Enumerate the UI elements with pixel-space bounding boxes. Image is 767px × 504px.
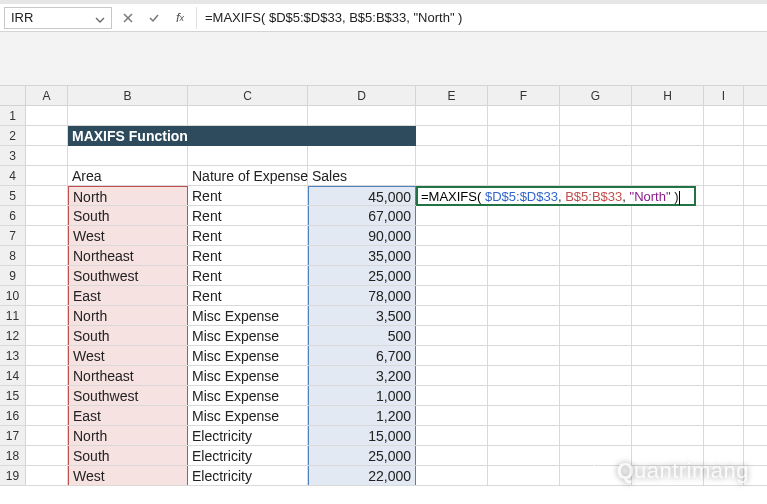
cell[interactable]: [704, 266, 744, 285]
cell[interactable]: Electricity: [188, 446, 308, 465]
cell[interactable]: [704, 386, 744, 405]
cell[interactable]: Sales: [308, 166, 416, 185]
cell[interactable]: East: [68, 286, 188, 305]
cell[interactable]: Electricity: [188, 466, 308, 485]
cell[interactable]: South: [68, 206, 188, 225]
cell[interactable]: 78,000: [308, 286, 416, 305]
cell[interactable]: West: [68, 226, 188, 245]
fx-icon[interactable]: fx: [172, 10, 188, 26]
cell[interactable]: [26, 266, 68, 285]
cell[interactable]: [632, 226, 704, 245]
cell[interactable]: Misc Expense: [188, 306, 308, 325]
cell[interactable]: [560, 206, 632, 225]
cell[interactable]: [632, 146, 704, 165]
cell[interactable]: 500: [308, 326, 416, 345]
cell[interactable]: [704, 246, 744, 265]
cell[interactable]: [704, 186, 744, 205]
cell[interactable]: [704, 346, 744, 365]
row-header[interactable]: 11: [0, 306, 26, 325]
cell[interactable]: [560, 166, 632, 185]
row-header[interactable]: 4: [0, 166, 26, 185]
cell[interactable]: Misc Expense: [188, 406, 308, 425]
cell[interactable]: [704, 306, 744, 325]
cell[interactable]: [416, 326, 488, 345]
cell[interactable]: [416, 386, 488, 405]
cell[interactable]: [26, 246, 68, 265]
cell[interactable]: [416, 446, 488, 465]
cell[interactable]: [560, 286, 632, 305]
cell[interactable]: [632, 106, 704, 125]
cell[interactable]: 90,000: [308, 226, 416, 245]
row-header[interactable]: 8: [0, 246, 26, 265]
cancel-icon[interactable]: [120, 10, 136, 26]
cell[interactable]: [488, 166, 560, 185]
cell[interactable]: [68, 106, 188, 125]
cell[interactable]: Southwest: [68, 266, 188, 285]
cell[interactable]: East: [68, 406, 188, 425]
cell[interactable]: [26, 226, 68, 245]
cell[interactable]: [26, 286, 68, 305]
cell[interactable]: [416, 406, 488, 425]
chevron-down-icon[interactable]: [95, 13, 105, 23]
cell[interactable]: [416, 266, 488, 285]
cell[interactable]: North: [68, 186, 188, 205]
cell[interactable]: [560, 326, 632, 345]
cell[interactable]: 45,000: [308, 186, 416, 205]
cell[interactable]: [26, 466, 68, 485]
cell[interactable]: [704, 126, 744, 145]
cell[interactable]: Misc Expense: [188, 366, 308, 385]
cell[interactable]: [26, 186, 68, 205]
cell[interactable]: Misc Expense: [188, 326, 308, 345]
cell[interactable]: 25,000: [308, 266, 416, 285]
cell[interactable]: 67,000: [308, 206, 416, 225]
cell[interactable]: [416, 366, 488, 385]
cell[interactable]: [704, 106, 744, 125]
cell[interactable]: South: [68, 326, 188, 345]
cell[interactable]: North: [68, 426, 188, 445]
cell[interactable]: [416, 166, 488, 185]
cell[interactable]: Nature of Expense: [188, 166, 308, 185]
cell[interactable]: [416, 126, 488, 145]
cell[interactable]: 3,200: [308, 366, 416, 385]
cell[interactable]: [26, 146, 68, 165]
col-header[interactable]: G: [560, 86, 632, 105]
row-header[interactable]: 10: [0, 286, 26, 305]
cell[interactable]: [416, 206, 488, 225]
name-box[interactable]: IRR: [4, 7, 112, 29]
row-header[interactable]: 5: [0, 186, 26, 205]
cell[interactable]: [632, 326, 704, 345]
cell[interactable]: Misc Expense: [188, 346, 308, 365]
cell[interactable]: [560, 126, 632, 145]
col-header[interactable]: I: [704, 86, 744, 105]
cell[interactable]: [488, 146, 560, 165]
col-header[interactable]: D: [308, 86, 416, 105]
cell[interactable]: [488, 246, 560, 265]
formula-input[interactable]: =MAXIFS( $D$5:$D$33, B$5:B$33, "North" ): [197, 7, 767, 29]
col-header[interactable]: H: [632, 86, 704, 105]
cell[interactable]: Northeast: [68, 366, 188, 385]
cell[interactable]: [26, 106, 68, 125]
cell[interactable]: [560, 426, 632, 445]
cell[interactable]: [26, 346, 68, 365]
cell[interactable]: Misc Expense: [188, 386, 308, 405]
cell[interactable]: [26, 426, 68, 445]
cell[interactable]: [488, 386, 560, 405]
cell[interactable]: Southwest: [68, 386, 188, 405]
cell[interactable]: [488, 346, 560, 365]
col-header[interactable]: E: [416, 86, 488, 105]
cell[interactable]: [26, 206, 68, 225]
row-header[interactable]: 6: [0, 206, 26, 225]
cell[interactable]: [704, 326, 744, 345]
cell[interactable]: [632, 246, 704, 265]
enter-icon[interactable]: [146, 10, 162, 26]
cell[interactable]: [488, 206, 560, 225]
cell[interactable]: 6,700: [308, 346, 416, 365]
cell[interactable]: [704, 206, 744, 225]
col-header[interactable]: F: [488, 86, 560, 105]
cell[interactable]: [488, 126, 560, 145]
cell[interactable]: [188, 146, 308, 165]
cell[interactable]: [632, 366, 704, 385]
cell[interactable]: [632, 406, 704, 425]
cell[interactable]: [488, 326, 560, 345]
row-header[interactable]: 17: [0, 426, 26, 445]
